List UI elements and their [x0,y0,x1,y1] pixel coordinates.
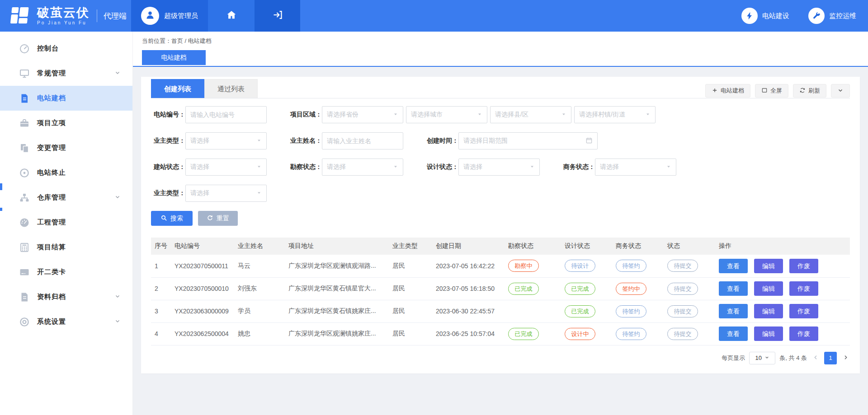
created-date: 2023-06-30 22:45:57 [432,300,505,322]
gauge-icon [19,217,30,228]
sidebar-item-sitemap[interactable]: 仓库管理 [0,185,132,210]
sidebar-edge-marker [0,183,2,190]
brand: 破茧云伏 Po Jian Yun Fu 代理端 [0,0,131,32]
caret-down-icon [256,137,262,145]
void-button[interactable]: 作废 [789,326,818,341]
toolbar-refresh-button[interactable]: 刷新 [793,84,826,98]
breadcrumb-home-link[interactable]: 首页 [171,37,183,44]
status-badge: 已完成 [508,328,539,340]
edit-button[interactable]: 编辑 [754,281,783,296]
toolbar-collapse-button[interactable] [831,84,850,98]
module-lightning[interactable]: 电站建设 [741,8,789,24]
sidebar-item-settings[interactable]: 系统设置 [0,309,132,334]
filter-select[interactable]: 请选择 [185,132,267,149]
filter-buttons: 搜索 重置 [151,211,850,226]
sidebar-item-gauge[interactable]: 工程管理 [0,210,132,235]
view-button[interactable]: 查看 [719,281,748,296]
status-badge: 已完成 [565,305,595,317]
logout-icon [272,9,283,22]
circle-dot-icon [19,168,30,178]
per-page-label: 每页显示 [722,354,745,362]
chevron-down-icon [764,354,769,361]
logout-button[interactable] [255,0,300,32]
void-button[interactable]: 作废 [789,281,818,296]
filter-date-range[interactable]: 请选择日期范围 [458,132,598,149]
stations-table: 序号电站编号业主姓名项目地址业主类型创建日期勘察状态设计状态商务状态状态操作 1… [151,238,850,345]
briefcase-icon [19,118,30,129]
table-row: 4YX2023062500004姚忠广东深圳龙华区观澜镇姚家庄...居民2023… [151,322,850,345]
column-header: 商务状态 [612,238,664,255]
table-row: 2YX2023070500010刘强东广东深圳龙华区黄石镇星官大...居民202… [151,277,850,300]
caret-down-icon [666,163,671,171]
column-header: 操作 [715,238,850,255]
search-icon [160,214,167,223]
filter-select[interactable]: 请选择 [322,159,403,176]
sidebar-item-archive[interactable]: 资料归档 [0,284,132,309]
archive-icon [19,292,30,303]
next-page-button[interactable] [841,352,850,364]
column-header: 电站编号 [171,238,234,255]
tab-passed-list[interactable]: 通过列表 [204,79,258,98]
wrench-icon [808,8,825,24]
table-row: 1YX2023070500011马云广东深圳龙华区观澜镇观湖路...居民2023… [151,255,850,277]
chevron-down-icon [114,318,121,326]
sidebar-item-document[interactable]: 电站建档 [0,86,132,111]
filter-select[interactable]: 请选择村镇/街道 [574,106,656,123]
sidebar-item-calculator[interactable]: 项目结算 [0,235,132,260]
sidebar-item-dashboard[interactable]: 控制台 [0,36,132,61]
filter-input[interactable] [185,106,267,123]
prev-page-button[interactable] [811,352,820,364]
chevron-down-icon [114,194,121,202]
view-button[interactable]: 查看 [719,259,748,273]
filter-row: 电站编号：项目区域：请选择省份请选择城市请选择县/区请选择村镇/街道 [151,106,850,123]
toolbar-plus-button[interactable]: 电站建档 [705,84,750,98]
tab-create-list[interactable]: 创建列表 [151,79,204,98]
filter-select[interactable]: 请选择 [185,185,267,202]
view-button[interactable]: 查看 [719,326,748,341]
sidebar-item-circle-dot[interactable]: 电站终止 [0,160,132,185]
user-menu[interactable]: 超级管理员 [131,0,208,32]
filter-select[interactable]: 请选择 [458,159,540,176]
sidebar-item-copy[interactable]: 变更管理 [0,135,132,160]
page-tab[interactable]: 电站建档 [142,50,206,65]
edit-button[interactable]: 编辑 [754,259,783,273]
breadcrumb-bar: 当前位置：首页 / 电站建档 电站建档 [133,32,868,67]
brand-portal-label: 代理端 [104,11,127,21]
home-button[interactable] [208,0,255,32]
breadcrumb-current: 电站建档 [188,37,212,44]
filter-label: 建站状态： [151,163,185,171]
view-button[interactable]: 查看 [719,304,748,318]
caret-down-icon [393,111,398,118]
status-badge: 待签约 [616,260,646,272]
status-badge: 待签约 [616,305,646,317]
filter-select[interactable]: 请选择省份 [322,106,403,123]
column-header: 状态 [664,238,715,255]
void-button[interactable]: 作废 [789,259,818,273]
sidebar-item-card[interactable]: 开二类卡 [0,260,132,284]
status-badge: 勘察中 [508,260,539,272]
owner-type: 居民 [389,322,432,345]
sidebar-item-monitor[interactable]: 常规管理 [0,61,132,86]
filter-select[interactable]: 请选择 [185,159,267,176]
per-page-select[interactable]: 10 [749,352,775,364]
created-date: 2023-07-05 16:42:22 [432,255,505,277]
edit-button[interactable]: 编辑 [754,326,783,341]
toolbar-fullscreen-button[interactable]: 全屏 [755,84,788,98]
reset-button[interactable]: 重置 [198,211,238,226]
page-number-button[interactable]: 1 [824,352,837,364]
filter-select[interactable]: 请选择城市 [406,106,487,123]
filter-select[interactable]: 请选择县/区 [490,106,571,123]
sidebar-item-briefcase[interactable]: 项目立项 [0,111,132,135]
void-button[interactable]: 作废 [789,304,818,318]
column-header: 勘察状态 [505,238,561,255]
filter-field: 请选择县/区 [490,106,571,123]
filter-input[interactable] [322,132,403,149]
module-wrench[interactable]: 监控运维 [808,8,856,24]
home-icon [226,9,237,22]
search-button[interactable]: 搜索 [151,211,193,226]
row-actions: 查看编辑作废 [715,277,850,300]
filter-select[interactable]: 请选择 [595,159,676,176]
edit-button[interactable]: 编辑 [754,304,783,318]
filter-form: 电站编号：项目区域：请选择省份请选择城市请选择县/区请选择村镇/街道业主类型：请… [151,106,850,202]
fullscreen-icon [761,87,768,95]
